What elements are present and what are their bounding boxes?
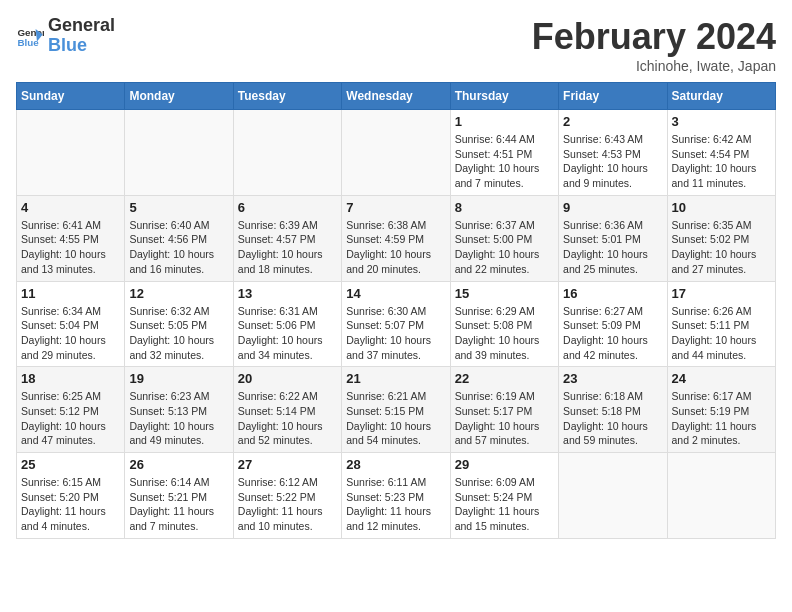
day-info: Sunrise: 6:12 AM Sunset: 5:22 PM Dayligh… — [238, 475, 337, 534]
day-number: 14 — [346, 286, 445, 301]
day-number: 13 — [238, 286, 337, 301]
calendar-cell: 25Sunrise: 6:15 AM Sunset: 5:20 PM Dayli… — [17, 453, 125, 539]
calendar-week-row: 25Sunrise: 6:15 AM Sunset: 5:20 PM Dayli… — [17, 453, 776, 539]
day-number: 4 — [21, 200, 120, 215]
weekday-header-friday: Friday — [559, 83, 667, 110]
day-number: 19 — [129, 371, 228, 386]
day-info: Sunrise: 6:31 AM Sunset: 5:06 PM Dayligh… — [238, 304, 337, 363]
day-info: Sunrise: 6:39 AM Sunset: 4:57 PM Dayligh… — [238, 218, 337, 277]
day-info: Sunrise: 6:14 AM Sunset: 5:21 PM Dayligh… — [129, 475, 228, 534]
day-info: Sunrise: 6:23 AM Sunset: 5:13 PM Dayligh… — [129, 389, 228, 448]
weekday-header-tuesday: Tuesday — [233, 83, 341, 110]
calendar-cell: 8Sunrise: 6:37 AM Sunset: 5:00 PM Daylig… — [450, 195, 558, 281]
day-info: Sunrise: 6:18 AM Sunset: 5:18 PM Dayligh… — [563, 389, 662, 448]
day-number: 15 — [455, 286, 554, 301]
day-info: Sunrise: 6:22 AM Sunset: 5:14 PM Dayligh… — [238, 389, 337, 448]
weekday-header-wednesday: Wednesday — [342, 83, 450, 110]
day-number: 26 — [129, 457, 228, 472]
weekday-header-sunday: Sunday — [17, 83, 125, 110]
logo-general: General — [48, 16, 115, 36]
calendar-cell — [125, 110, 233, 196]
calendar-cell: 10Sunrise: 6:35 AM Sunset: 5:02 PM Dayli… — [667, 195, 775, 281]
calendar-cell: 20Sunrise: 6:22 AM Sunset: 5:14 PM Dayli… — [233, 367, 341, 453]
calendar-week-row: 4Sunrise: 6:41 AM Sunset: 4:55 PM Daylig… — [17, 195, 776, 281]
day-info: Sunrise: 6:30 AM Sunset: 5:07 PM Dayligh… — [346, 304, 445, 363]
calendar-cell: 15Sunrise: 6:29 AM Sunset: 5:08 PM Dayli… — [450, 281, 558, 367]
day-info: Sunrise: 6:35 AM Sunset: 5:02 PM Dayligh… — [672, 218, 771, 277]
calendar-cell: 11Sunrise: 6:34 AM Sunset: 5:04 PM Dayli… — [17, 281, 125, 367]
calendar-cell — [233, 110, 341, 196]
day-info: Sunrise: 6:38 AM Sunset: 4:59 PM Dayligh… — [346, 218, 445, 277]
day-info: Sunrise: 6:17 AM Sunset: 5:19 PM Dayligh… — [672, 389, 771, 448]
calendar-cell: 19Sunrise: 6:23 AM Sunset: 5:13 PM Dayli… — [125, 367, 233, 453]
day-number: 27 — [238, 457, 337, 472]
calendar-cell: 26Sunrise: 6:14 AM Sunset: 5:21 PM Dayli… — [125, 453, 233, 539]
day-info: Sunrise: 6:09 AM Sunset: 5:24 PM Dayligh… — [455, 475, 554, 534]
calendar-cell: 29Sunrise: 6:09 AM Sunset: 5:24 PM Dayli… — [450, 453, 558, 539]
calendar-cell: 23Sunrise: 6:18 AM Sunset: 5:18 PM Dayli… — [559, 367, 667, 453]
calendar-week-row: 1Sunrise: 6:44 AM Sunset: 4:51 PM Daylig… — [17, 110, 776, 196]
day-info: Sunrise: 6:19 AM Sunset: 5:17 PM Dayligh… — [455, 389, 554, 448]
weekday-header-thursday: Thursday — [450, 83, 558, 110]
day-number: 16 — [563, 286, 662, 301]
day-number: 1 — [455, 114, 554, 129]
title-block: February 2024 Ichinohe, Iwate, Japan — [532, 16, 776, 74]
weekday-header-monday: Monday — [125, 83, 233, 110]
day-number: 17 — [672, 286, 771, 301]
day-number: 21 — [346, 371, 445, 386]
calendar-cell: 13Sunrise: 6:31 AM Sunset: 5:06 PM Dayli… — [233, 281, 341, 367]
day-info: Sunrise: 6:26 AM Sunset: 5:11 PM Dayligh… — [672, 304, 771, 363]
day-info: Sunrise: 6:29 AM Sunset: 5:08 PM Dayligh… — [455, 304, 554, 363]
day-info: Sunrise: 6:43 AM Sunset: 4:53 PM Dayligh… — [563, 132, 662, 191]
calendar-cell: 28Sunrise: 6:11 AM Sunset: 5:23 PM Dayli… — [342, 453, 450, 539]
calendar-cell: 14Sunrise: 6:30 AM Sunset: 5:07 PM Dayli… — [342, 281, 450, 367]
calendar-cell: 16Sunrise: 6:27 AM Sunset: 5:09 PM Dayli… — [559, 281, 667, 367]
day-info: Sunrise: 6:11 AM Sunset: 5:23 PM Dayligh… — [346, 475, 445, 534]
day-number: 25 — [21, 457, 120, 472]
calendar-cell: 17Sunrise: 6:26 AM Sunset: 5:11 PM Dayli… — [667, 281, 775, 367]
day-info: Sunrise: 6:40 AM Sunset: 4:56 PM Dayligh… — [129, 218, 228, 277]
svg-text:Blue: Blue — [17, 37, 39, 48]
calendar-cell: 27Sunrise: 6:12 AM Sunset: 5:22 PM Dayli… — [233, 453, 341, 539]
day-info: Sunrise: 6:15 AM Sunset: 5:20 PM Dayligh… — [21, 475, 120, 534]
day-info: Sunrise: 6:27 AM Sunset: 5:09 PM Dayligh… — [563, 304, 662, 363]
day-number: 29 — [455, 457, 554, 472]
logo: General Blue General Blue — [16, 16, 115, 56]
calendar-cell: 24Sunrise: 6:17 AM Sunset: 5:19 PM Dayli… — [667, 367, 775, 453]
day-info: Sunrise: 6:37 AM Sunset: 5:00 PM Dayligh… — [455, 218, 554, 277]
day-number: 11 — [21, 286, 120, 301]
day-number: 8 — [455, 200, 554, 215]
day-number: 22 — [455, 371, 554, 386]
month-year-title: February 2024 — [532, 16, 776, 58]
calendar-cell: 5Sunrise: 6:40 AM Sunset: 4:56 PM Daylig… — [125, 195, 233, 281]
day-info: Sunrise: 6:42 AM Sunset: 4:54 PM Dayligh… — [672, 132, 771, 191]
calendar-cell: 4Sunrise: 6:41 AM Sunset: 4:55 PM Daylig… — [17, 195, 125, 281]
day-number: 12 — [129, 286, 228, 301]
day-info: Sunrise: 6:25 AM Sunset: 5:12 PM Dayligh… — [21, 389, 120, 448]
page-header: General Blue General Blue February 2024 … — [16, 16, 776, 74]
calendar-cell: 6Sunrise: 6:39 AM Sunset: 4:57 PM Daylig… — [233, 195, 341, 281]
calendar-header-row: SundayMondayTuesdayWednesdayThursdayFrid… — [17, 83, 776, 110]
logo-icon: General Blue — [16, 22, 44, 50]
calendar-cell: 18Sunrise: 6:25 AM Sunset: 5:12 PM Dayli… — [17, 367, 125, 453]
day-number: 24 — [672, 371, 771, 386]
day-info: Sunrise: 6:21 AM Sunset: 5:15 PM Dayligh… — [346, 389, 445, 448]
day-info: Sunrise: 6:32 AM Sunset: 5:05 PM Dayligh… — [129, 304, 228, 363]
calendar-cell: 2Sunrise: 6:43 AM Sunset: 4:53 PM Daylig… — [559, 110, 667, 196]
calendar-cell — [559, 453, 667, 539]
calendar-cell — [342, 110, 450, 196]
day-number: 6 — [238, 200, 337, 215]
calendar-cell: 9Sunrise: 6:36 AM Sunset: 5:01 PM Daylig… — [559, 195, 667, 281]
location-subtitle: Ichinohe, Iwate, Japan — [532, 58, 776, 74]
calendar-cell — [667, 453, 775, 539]
day-number: 9 — [563, 200, 662, 215]
calendar-cell: 3Sunrise: 6:42 AM Sunset: 4:54 PM Daylig… — [667, 110, 775, 196]
day-info: Sunrise: 6:36 AM Sunset: 5:01 PM Dayligh… — [563, 218, 662, 277]
day-number: 2 — [563, 114, 662, 129]
day-number: 7 — [346, 200, 445, 215]
day-info: Sunrise: 6:44 AM Sunset: 4:51 PM Dayligh… — [455, 132, 554, 191]
weekday-header-saturday: Saturday — [667, 83, 775, 110]
day-number: 10 — [672, 200, 771, 215]
calendar-table: SundayMondayTuesdayWednesdayThursdayFrid… — [16, 82, 776, 539]
day-number: 28 — [346, 457, 445, 472]
